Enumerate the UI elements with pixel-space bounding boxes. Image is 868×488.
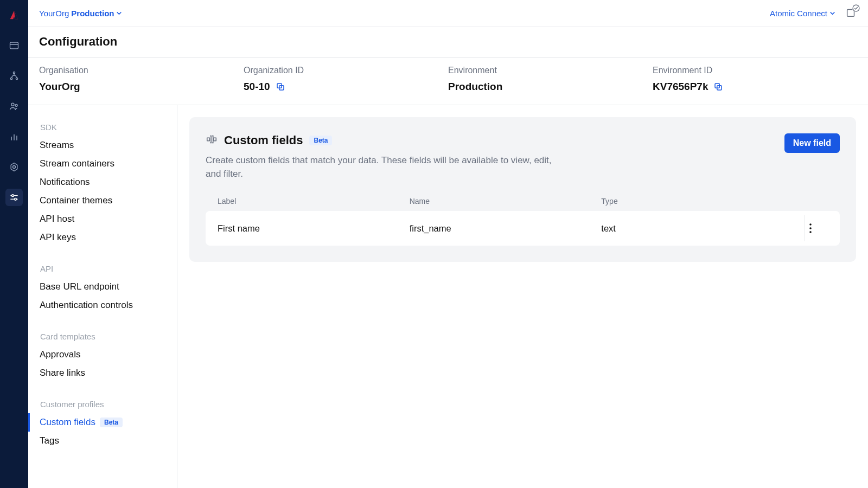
env-name: Production	[71, 9, 114, 18]
info-env-value: Production	[448, 81, 653, 93]
info-env-label: Environment	[448, 66, 653, 75]
col-type: Type	[601, 197, 793, 206]
left-rail	[0, 0, 28, 488]
col-label: Label	[218, 197, 410, 206]
cell-label: First name	[218, 223, 410, 234]
info-org-label: Organisation	[39, 66, 244, 75]
info-orgid-value: 50-10	[244, 81, 270, 93]
nav-auth-controls[interactable]: Authentication controls	[28, 296, 177, 314]
org-name: YourOrg	[39, 9, 69, 18]
svg-point-5	[11, 103, 14, 106]
svg-point-3	[10, 78, 12, 79]
card-description: Create custom fields that match your dat…	[206, 154, 553, 181]
config-sidenav: SDK Streams Stream containers Notificati…	[28, 105, 177, 488]
nav-group-api: API	[38, 262, 177, 278]
topbar: YourOrg Production Atomic Connect	[28, 0, 868, 27]
chevron-down-icon	[829, 10, 835, 16]
chevron-down-icon	[116, 10, 122, 16]
nav-group-sdk: SDK	[38, 120, 177, 136]
rail-analytics-icon[interactable]	[5, 128, 23, 145]
nav-api-keys[interactable]: API keys	[28, 228, 177, 247]
svg-point-2	[13, 72, 15, 74]
nav-api-host[interactable]: API host	[28, 210, 177, 228]
custom-fields-card: Custom fields Beta Create custom fields …	[189, 117, 856, 262]
row-actions-button[interactable]	[803, 221, 818, 236]
svg-point-23	[809, 227, 812, 229]
nav-streams[interactable]: Streams	[28, 136, 177, 155]
info-org-value: YourOrg	[39, 81, 244, 93]
cell-type: text	[601, 223, 793, 234]
nav-tags[interactable]: Tags	[28, 432, 177, 450]
rail-settings-icon[interactable]	[5, 158, 23, 176]
svg-point-17	[853, 5, 859, 11]
nav-notifications[interactable]: Notifications	[28, 173, 177, 191]
org-info-row: Organisation YourOrg Organization ID 50-…	[28, 58, 868, 105]
svg-rect-0	[10, 42, 18, 49]
page-title: Configuration	[39, 35, 857, 49]
nav-group-customer-profiles: Customer profiles	[38, 397, 177, 413]
cell-name: first_name	[410, 223, 602, 234]
copy-orgid-button[interactable]	[276, 82, 285, 92]
info-envid-label: Environment ID	[653, 66, 857, 75]
info-orgid-label: Organization ID	[244, 66, 448, 75]
nav-container-themes[interactable]: Container themes	[28, 191, 177, 210]
beta-badge: Beta	[100, 418, 123, 427]
svg-point-4	[16, 78, 17, 79]
nav-stream-containers[interactable]: Stream containers	[28, 155, 177, 173]
logo-icon[interactable]	[5, 7, 23, 24]
nav-share-links[interactable]: Share links	[28, 364, 177, 382]
org-env-switcher[interactable]: YourOrg Production	[39, 9, 122, 18]
rail-users-icon[interactable]	[5, 98, 23, 115]
beta-badge: Beta	[309, 136, 332, 145]
svg-point-13	[12, 195, 14, 197]
nav-group-card-templates: Card templates	[38, 330, 177, 345]
svg-point-24	[809, 231, 812, 233]
page-title-bar: Configuration	[28, 27, 868, 58]
info-envid-value: KV7656P7k	[653, 81, 708, 93]
nav-custom-fields[interactable]: Custom fields Beta	[28, 413, 177, 432]
card-title: Custom fields	[224, 133, 303, 147]
nav-base-url[interactable]: Base URL endpoint	[28, 278, 177, 296]
svg-point-6	[15, 104, 17, 106]
svg-point-11	[13, 166, 16, 169]
field-icon	[206, 133, 218, 147]
fields-table: Label Name Type First name first_name te…	[206, 191, 840, 246]
nav-approvals[interactable]: Approvals	[28, 345, 177, 364]
tasks-icon[interactable]	[845, 7, 857, 21]
new-field-button[interactable]: New field	[784, 133, 840, 153]
atomic-connect-link[interactable]: Atomic Connect	[770, 9, 835, 18]
svg-marker-10	[11, 163, 17, 171]
rail-cards-icon[interactable]	[5, 37, 23, 54]
col-name: Name	[410, 197, 602, 206]
copy-envid-button[interactable]	[713, 82, 723, 92]
rail-branch-icon[interactable]	[5, 67, 23, 85]
table-row: First name first_name text	[206, 211, 840, 246]
rail-config-icon[interactable]	[5, 189, 23, 206]
svg-point-22	[809, 223, 812, 226]
svg-point-15	[15, 198, 17, 201]
